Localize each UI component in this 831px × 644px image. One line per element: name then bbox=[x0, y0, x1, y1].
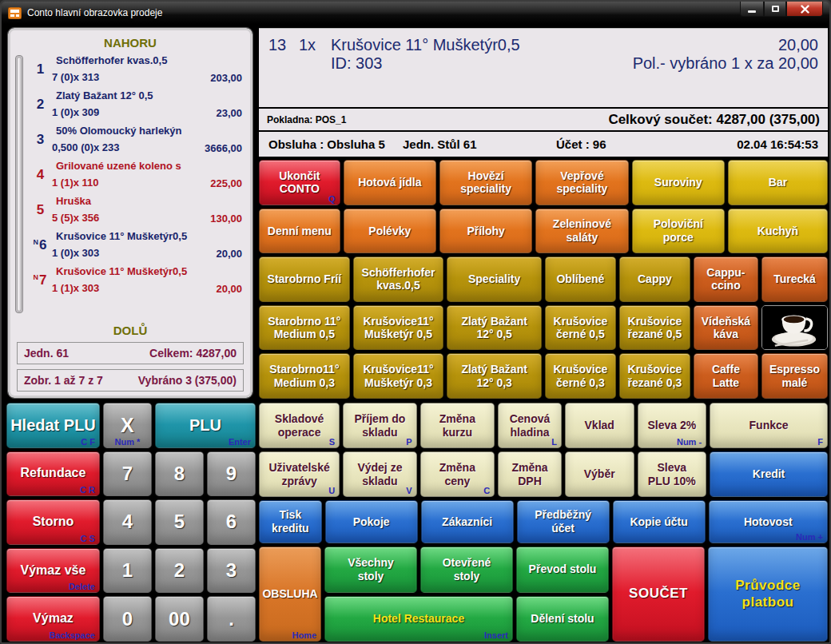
krusovice-musketyr-05-button[interactable]: Krušovice11° Mušketýr 0,5 bbox=[353, 305, 444, 351]
soucet-button[interactable]: SOUČET bbox=[612, 547, 705, 642]
scroll-down-control[interactable]: DOLŮ bbox=[14, 320, 247, 340]
krusovice-rezane-05-button[interactable]: Krušovice řezané 0,5 bbox=[619, 305, 690, 351]
starobrno-medium-05-button[interactable]: Starobrno 11° Medium 0,5 bbox=[259, 305, 350, 351]
key-6-button[interactable]: 6 bbox=[207, 499, 256, 545]
storno-button[interactable]: StornoC S bbox=[6, 499, 100, 545]
oblibene-button[interactable]: Oblíbené bbox=[545, 256, 616, 302]
pruvodce-platbou-button[interactable]: Průvodce platbou bbox=[708, 547, 828, 642]
cenova-hladina-button[interactable]: Cenová hladinaL bbox=[498, 403, 562, 448]
key-2-button[interactable]: 2 bbox=[155, 548, 204, 594]
list-item[interactable]: 1Schöfferhofer kvas.0,57 (0)x 313203,00 bbox=[28, 52, 247, 87]
close-button[interactable] bbox=[786, 2, 823, 17]
multiply-x-button[interactable]: XNum * bbox=[103, 403, 152, 448]
kuchyn-button[interactable]: Kuchyň bbox=[728, 209, 828, 254]
vklad-button[interactable]: Vklad bbox=[565, 403, 634, 448]
refundace-button[interactable]: RefundaceC R bbox=[6, 451, 100, 497]
plu-enter-button[interactable]: PLUEnter bbox=[155, 403, 256, 448]
hotova-jidla-button[interactable]: Hotová jídla bbox=[344, 160, 436, 205]
schofferhofer-kvas-button[interactable]: Schöfferhofer kvas.0,5 bbox=[353, 256, 444, 302]
zmena-ceny-button[interactable]: Změna cenyC bbox=[420, 451, 495, 497]
deleni-stolu-button[interactable]: Dělení stolu bbox=[516, 596, 609, 642]
maximize-button[interactable] bbox=[764, 2, 786, 17]
key-9-button[interactable]: 9 bbox=[207, 451, 256, 497]
starobrno-medium-03-button[interactable]: Starobrno11° Medium 0,3 bbox=[259, 353, 350, 399]
pokoje-button[interactable]: Pokoje bbox=[325, 500, 418, 543]
krusovice-musketyr-03-button[interactable]: Krušovice11° Mušketýr 0,3 bbox=[353, 353, 444, 399]
skladove-operace-button[interactable]: Skladové operaceS bbox=[259, 403, 340, 448]
suroviny-button[interactable]: Suroviny bbox=[632, 160, 725, 205]
zeleninove-salaty-button[interactable]: Zeleninové saláty bbox=[535, 209, 628, 254]
vymaz-button[interactable]: VýmazBackspace bbox=[6, 596, 100, 642]
sleva-2-button[interactable]: Sleva 2%Num - bbox=[638, 403, 707, 448]
krusovice-cerne-03-button[interactable]: Krušovice černé 0,3 bbox=[545, 353, 616, 399]
vydej-ze-skladu-button[interactable]: Výdej ze skladuV bbox=[343, 451, 416, 497]
starobrno-frii-button[interactable]: Starobrno Fríí bbox=[259, 256, 350, 302]
vymaz-vse-button[interactable]: Výmaz všeDelete bbox=[6, 548, 100, 594]
tisk-kreditu-button[interactable]: Tisk kreditu bbox=[259, 500, 322, 543]
list-item[interactable]: 2Zlatý Bažant 12° 0,51 (0)x 30923,00 bbox=[28, 87, 247, 122]
cappy-button[interactable]: Cappy bbox=[619, 256, 690, 302]
obsluha-button[interactable]: OBSLUHAHome bbox=[259, 547, 321, 642]
cappuccino-button[interactable]: Cappu- ccino bbox=[694, 256, 758, 302]
hotel-restaurace-button[interactable]: Hotel RestauraceInsert bbox=[324, 596, 513, 642]
key-8-button[interactable]: 8 bbox=[155, 451, 204, 497]
vyber-button[interactable]: Výběr bbox=[565, 451, 634, 497]
titlebar[interactable]: Conto hlavní obrazovka prodeje bbox=[2, 2, 829, 24]
key-4-button[interactable]: 4 bbox=[103, 499, 152, 545]
button-label: 8 bbox=[174, 463, 185, 485]
sleva-plu-10-button[interactable]: Sleva PLU 10% bbox=[638, 451, 707, 497]
key-7-button[interactable]: 7 bbox=[103, 451, 152, 497]
caffe-latte-button[interactable]: Caffe Latte bbox=[694, 353, 758, 399]
minimize-button[interactable] bbox=[740, 2, 764, 17]
order-list-scrollbar[interactable] bbox=[15, 55, 23, 313]
polevky-button[interactable]: Polévky bbox=[344, 209, 436, 254]
kredit-button[interactable]: Kredit bbox=[710, 451, 828, 497]
krusovice-rezane-03-button[interactable]: Krušovice řezané 0,3 bbox=[619, 353, 690, 399]
list-item[interactable]: 5Hruška5 (5)x 356130,00 bbox=[28, 193, 247, 228]
button-label: Denní menu bbox=[268, 225, 332, 238]
otevrene-stoly-button[interactable]: Otevřené stoly bbox=[420, 547, 513, 593]
prevod-stolu-button[interactable]: Převod stolu bbox=[516, 547, 609, 593]
zakaznici-button[interactable]: Zákazníci bbox=[421, 500, 514, 543]
shortcut-label: Delete bbox=[69, 582, 95, 591]
key-3-button[interactable]: 3 bbox=[207, 548, 256, 594]
scroll-up-control[interactable]: NAHORU bbox=[14, 32, 247, 52]
zlaty-bazant-05-button[interactable]: Zlatý Bažant 12° 0,5 bbox=[447, 305, 542, 351]
hovezi-speciality-button[interactable]: Hovězí speciality bbox=[439, 160, 532, 205]
polovicni-porce-button[interactable]: Poloviční porce bbox=[632, 209, 725, 254]
turecka-button[interactable]: Turecká bbox=[761, 256, 828, 302]
denni-menu-button[interactable]: Denní menu bbox=[259, 209, 340, 254]
shortcut-label: U bbox=[328, 486, 335, 495]
zmena-dph-button[interactable]: Změna DPH bbox=[498, 451, 562, 497]
prilohy-button[interactable]: Přílohy bbox=[439, 209, 532, 254]
bar-button[interactable]: Bar bbox=[728, 160, 828, 205]
hotovost-button[interactable]: HotovostNum + bbox=[709, 500, 828, 543]
list-item[interactable]: N7Krušovice 11° Mušketýr0,51 (1)x 30320,… bbox=[28, 263, 247, 298]
key-00-button[interactable]: 00 bbox=[155, 596, 204, 642]
vsechny-stoly-button[interactable]: Všechny stoly bbox=[324, 547, 417, 593]
funkce-button[interactable]: FunkceF bbox=[710, 403, 828, 448]
scrollbar-thumb[interactable] bbox=[17, 57, 22, 312]
key-5-button[interactable]: 5 bbox=[155, 499, 204, 545]
key-1-button[interactable]: 1 bbox=[103, 548, 152, 594]
key-dot-button[interactable]: . bbox=[207, 596, 256, 642]
list-item[interactable]: 350% Olomoucký harlekýn0,500 (0)x 233366… bbox=[28, 122, 247, 157]
kopie-uctu-button[interactable]: Kopie účtu bbox=[613, 500, 706, 543]
item-price: 225,00 bbox=[210, 177, 247, 189]
ukoncit-conto-button[interactable]: Ukončit CONTOQ bbox=[259, 160, 340, 205]
list-item[interactable]: 4Grilované uzené koleno s1 (1)x 110225,0… bbox=[28, 157, 247, 193]
zmena-kurzu-button[interactable]: Změna kurzu bbox=[420, 403, 495, 448]
kava-obrazek-button[interactable] bbox=[761, 305, 828, 351]
predbezny-ucet-button[interactable]: Předběžný účet bbox=[517, 500, 610, 543]
list-item[interactable]: N6Krušovice 11° Mušketýr0,51 (0)x 30320,… bbox=[28, 228, 247, 263]
speciality-button[interactable]: Speciality bbox=[447, 256, 542, 302]
prijem-do-skladu-button[interactable]: Příjem do skladuP bbox=[343, 403, 416, 448]
espresso-male-button[interactable]: Espresso malé bbox=[761, 353, 828, 399]
videnska-kava-button[interactable]: Vídeňská káva bbox=[694, 305, 758, 351]
zlaty-bazant-03-button[interactable]: Zlatý Bažant 12° 0,3 bbox=[447, 353, 542, 399]
key-0-button[interactable]: 0 bbox=[103, 596, 152, 642]
krusovice-cerne-05-button[interactable]: Krušovice černé 0,5 bbox=[545, 305, 616, 351]
uzivatelske-zpravy-button[interactable]: Uživatelské zprávyU bbox=[259, 451, 340, 497]
hledat-plu-button[interactable]: Hledat PLUC F bbox=[6, 403, 100, 448]
veprove-speciality-button[interactable]: Vepřové speciality bbox=[535, 160, 628, 205]
